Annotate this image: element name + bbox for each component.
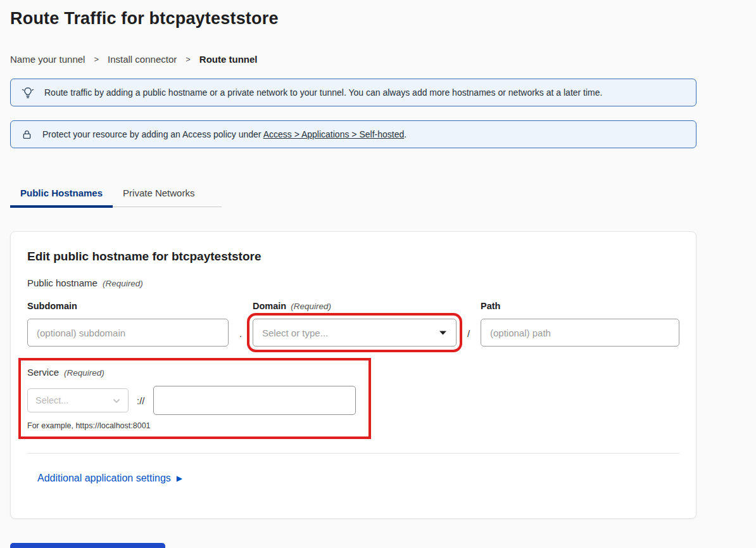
lock-icon — [21, 129, 33, 141]
path-field: Path — [481, 301, 679, 347]
tab-private-networks[interactable]: Private Networks — [113, 181, 205, 208]
divider — [27, 453, 679, 454]
breadcrumb-item-route-tunnel: Route tunnel — [199, 54, 258, 65]
access-banner-text: Protect your resource by adding an Acces… — [42, 129, 406, 139]
tab-bar: Public Hostnames Private Networks — [10, 181, 222, 207]
access-policy-link[interactable]: Access > Applications > Self-hosted — [263, 129, 405, 139]
breadcrumb-separator: > — [94, 54, 99, 64]
breadcrumb-item-name-your-tunnel[interactable]: Name your tunnel — [10, 54, 85, 65]
service-required-note: (Required) — [64, 368, 104, 378]
public-hostname-label: Public hostname (Required) — [27, 277, 679, 288]
hostname-card: Edit public hostname for btcpayteststore… — [10, 231, 696, 519]
subdomain-field: Subdomain — [27, 301, 229, 347]
public-hostname-label-text: Public hostname — [27, 277, 98, 288]
domain-label-text: Domain — [253, 301, 286, 311]
page: Route Traffic for btcpayteststore Name y… — [0, 0, 756, 548]
subdomain-label-text: Subdomain — [27, 301, 77, 311]
protocol-separator: :// — [137, 395, 145, 406]
path-label-text: Path — [481, 301, 500, 311]
domain-field: Domain (Required) Select or type... — [253, 301, 457, 347]
tip-banner: Route traffic by adding a public hostnam… — [10, 79, 696, 106]
breadcrumb: Name your tunnel > Install connector > R… — [10, 54, 746, 65]
card-heading: Edit public hostname for btcpayteststore — [27, 250, 679, 264]
service-type-value: Select... — [35, 395, 68, 405]
subdomain-input[interactable] — [27, 319, 229, 347]
service-url-input[interactable] — [153, 386, 356, 415]
hostname-row: Subdomain . Domain (Required) Select or … — [27, 301, 679, 347]
tip-banner-text: Route traffic by adding a public hostnam… — [44, 87, 602, 98]
breadcrumb-separator: > — [186, 54, 191, 64]
service-section: Service (Required) Select... :// For exa… — [27, 367, 362, 430]
chevron-down-icon — [113, 395, 120, 406]
page-title: Route Traffic for btcpayteststore — [10, 9, 746, 29]
additional-settings-link[interactable]: Additional application settings ▶ — [37, 473, 182, 484]
lightbulb-icon — [21, 86, 35, 99]
chevron-down-icon — [439, 327, 447, 338]
domain-required-note: (Required) — [291, 302, 331, 311]
required-note: (Required) — [103, 279, 143, 288]
expand-arrow-icon: ▶ — [177, 475, 182, 482]
tab-public-hostnames[interactable]: Public Hostnames — [10, 181, 113, 208]
breadcrumb-item-install-connector[interactable]: Install connector — [108, 54, 177, 65]
save-tunnel-button[interactable]: Save btcpayteststore tunnel — [10, 543, 165, 548]
access-banner-text-before: Protect your resource by adding an Acces… — [42, 129, 263, 139]
service-example-text: For example, https://localhost:8001 — [27, 421, 356, 430]
domain-select-value: Select or type... — [262, 328, 328, 338]
service-type-select[interactable]: Select... — [27, 388, 129, 412]
service-row: Select... :// — [27, 386, 356, 415]
access-banner-text-after: . — [404, 129, 406, 139]
service-label: Service (Required) — [27, 367, 356, 378]
dot-separator: . — [229, 328, 253, 347]
access-banner: Protect your resource by adding an Acces… — [10, 120, 696, 148]
subdomain-label: Subdomain — [27, 301, 229, 311]
additional-settings-label: Additional application settings — [37, 473, 171, 484]
path-input[interactable] — [481, 319, 679, 347]
slash-separator: / — [457, 328, 481, 347]
domain-select[interactable]: Select or type... — [253, 319, 457, 347]
path-label: Path — [481, 301, 679, 311]
service-label-text: Service — [27, 367, 59, 378]
domain-label: Domain (Required) — [253, 301, 457, 311]
